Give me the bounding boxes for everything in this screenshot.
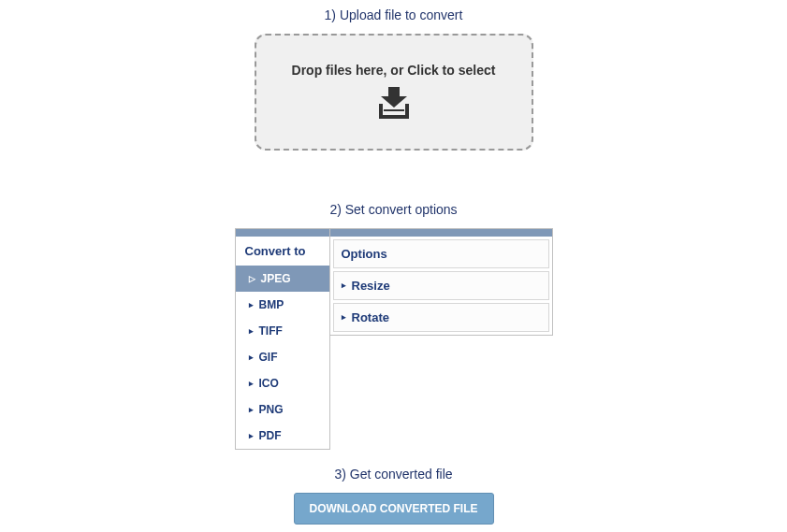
convert-title: Convert to — [236, 237, 329, 266]
format-label: TIFF — [259, 324, 283, 338]
format-item-ico[interactable]: ▸ ICO — [236, 370, 329, 396]
format-item-png[interactable]: ▸ PNG — [236, 396, 329, 423]
bullet-icon: ▸ — [249, 327, 254, 336]
bullet-icon: ▸ — [249, 380, 254, 388]
step1-heading: 1) Upload file to convert — [0, 7, 787, 22]
option-resize[interactable]: ▸ Resize — [333, 271, 549, 300]
bullet-icon: ▸ — [249, 353, 254, 362]
options-container: Convert to ▷ JPEG ▸ BMP ▸ TIFF ▸ GIF ▸ I… — [235, 228, 553, 450]
format-label: PNG — [259, 403, 284, 416]
format-label: BMP — [259, 298, 284, 311]
options-body: Options ▸ Resize ▸ Rotate — [330, 237, 552, 335]
format-label: ICO — [259, 377, 279, 390]
option-label: Rotate — [352, 310, 389, 324]
format-label: PDF — [259, 429, 282, 442]
arrow-right-icon: ▷ — [249, 275, 255, 283]
file-dropzone[interactable]: Drop files here, or Click to select — [255, 34, 533, 151]
format-list: ▷ JPEG ▸ BMP ▸ TIFF ▸ GIF ▸ ICO ▸ PNG — [236, 266, 329, 449]
chevron-right-icon: ▸ — [342, 281, 346, 290]
download-converted-button[interactable]: DOWNLOAD CONVERTED FILE — [294, 493, 494, 525]
options-panel: Options ▸ Resize ▸ Rotate — [330, 228, 553, 336]
format-item-tiff[interactable]: ▸ TIFF — [236, 318, 329, 344]
format-item-gif[interactable]: ▸ GIF — [236, 344, 329, 370]
bullet-icon: ▸ — [249, 432, 254, 440]
options-panel-header-bar — [330, 229, 552, 237]
convert-panel-header-bar — [236, 229, 329, 237]
download-icon — [372, 87, 416, 122]
step3-heading: 3) Get converted file — [0, 467, 787, 482]
options-title: Options — [333, 239, 549, 268]
format-label: JPEG — [261, 272, 291, 285]
format-item-bmp[interactable]: ▸ BMP — [236, 292, 329, 318]
bullet-icon: ▸ — [249, 301, 254, 309]
format-item-pdf[interactable]: ▸ PDF — [236, 423, 329, 449]
option-rotate[interactable]: ▸ Rotate — [333, 303, 549, 332]
svg-marker-0 — [381, 87, 407, 108]
option-label: Resize — [352, 279, 390, 293]
bullet-icon: ▸ — [249, 406, 254, 414]
format-label: GIF — [259, 351, 278, 364]
step2-heading: 2) Set convert options — [0, 202, 787, 217]
svg-rect-1 — [384, 109, 404, 111]
convert-panel: Convert to ▷ JPEG ▸ BMP ▸ TIFF ▸ GIF ▸ I… — [235, 228, 330, 450]
format-item-jpeg[interactable]: ▷ JPEG — [236, 266, 329, 292]
chevron-right-icon: ▸ — [342, 313, 346, 322]
dropzone-text: Drop files here, or Click to select — [292, 63, 496, 78]
